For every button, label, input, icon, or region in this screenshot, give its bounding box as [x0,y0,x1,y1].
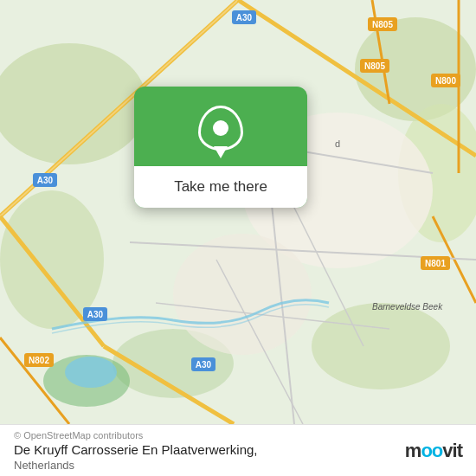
map-container: A30 N805 N805 N800 A30 A30 A30 N802 N801… [0,0,476,424]
map-background: A30 N805 N805 N800 A30 A30 A30 N802 N801… [0,0,476,424]
svg-text:Barneveldse Beek: Barneveldse Beek [372,302,443,312]
map-popup: Take me there [134,87,307,208]
footer: © OpenStreetMap contributors De Kruyff C… [0,424,476,476]
svg-text:A30: A30 [196,360,212,370]
svg-point-9 [173,234,312,355]
svg-text:A30: A30 [87,310,104,319]
pin-inner-dot [213,120,228,136]
footer-info: © OpenStreetMap contributors De Kruyff C… [14,430,258,472]
svg-text:N801: N801 [425,259,446,268]
take-me-there-button[interactable]: Take me there [134,178,307,196]
footer-title: De Kruyff Carrosserie En Plaatverwerking… [14,442,258,457]
svg-text:N802: N802 [29,356,49,365]
svg-text:A30: A30 [236,13,253,23]
location-pin [198,106,243,151]
svg-point-7 [312,303,450,389]
popup-button-area[interactable]: Take me there [134,166,307,208]
svg-text:A30: A30 [37,176,54,185]
svg-text:N800: N800 [435,76,456,86]
svg-text:N805: N805 [364,61,385,71]
moovit-logo: moovit [405,440,462,462]
svg-text:N805: N805 [372,20,393,29]
footer-attribution: © OpenStreetMap contributors [14,430,258,441]
svg-text:d: d [335,138,340,149]
footer-subtitle: Netherlands [14,459,258,472]
popup-icon-area [134,87,307,166]
svg-point-25 [65,357,117,388]
